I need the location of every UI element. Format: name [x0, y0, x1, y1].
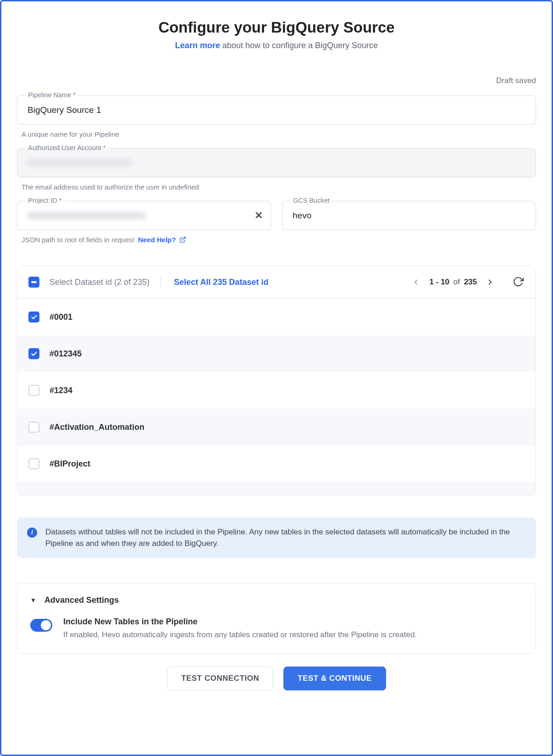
- dataset-label: #Activation_Automation: [50, 422, 144, 432]
- pager: 1 - 10 of 235: [411, 276, 525, 288]
- clear-icon[interactable]: ✕: [254, 210, 263, 222]
- dataset-row[interactable]: #Activation_Automation: [17, 409, 536, 445]
- dataset-label: #1234: [50, 386, 72, 395]
- include-new-tables-title: Include New Tables in the Pipeline: [63, 617, 417, 627]
- authorized-user-label: Authorized User Account *: [25, 144, 108, 151]
- dataset-label: #012345: [50, 349, 82, 359]
- dataset-panel: Select Dataset id (2 of 235) Select All …: [17, 266, 536, 495]
- toggle-knob: [41, 620, 51, 630]
- project-id-label: Project ID *: [25, 197, 64, 204]
- advanced-settings-title: Advanced Settings: [44, 595, 119, 605]
- chevron-right-icon: [486, 278, 494, 286]
- dataset-row[interactable]: #012345: [17, 335, 536, 372]
- dataset-row[interactable]: #BIProject: [17, 445, 536, 482]
- pager-range: 1 - 10 of 235: [429, 278, 477, 287]
- pipeline-name-input[interactable]: [17, 95, 536, 125]
- divider: [160, 277, 161, 287]
- learn-more-link[interactable]: Learn more: [175, 41, 220, 50]
- page-title: Configure your BigQuery Source: [17, 19, 536, 36]
- dataset-row[interactable]: #0001: [17, 299, 536, 335]
- pipeline-name-label: Pipeline Name *: [25, 91, 78, 99]
- page-subtitle: Learn more about how to configure a BigQ…: [17, 41, 536, 50]
- pager-next-button[interactable]: [485, 277, 495, 287]
- dataset-row[interactable]: #1234: [17, 372, 536, 409]
- dataset-checkbox[interactable]: [28, 422, 39, 433]
- dataset-checkbox[interactable]: [28, 311, 39, 322]
- refresh-icon: [513, 276, 524, 287]
- project-id-helper: JSON path to root of fields in request: [22, 236, 134, 244]
- info-text: Datasets without tables will not be incl…: [45, 527, 526, 549]
- select-all-checkbox[interactable]: [28, 277, 39, 288]
- pager-prev-button[interactable]: [411, 277, 421, 287]
- svg-line-0: [182, 237, 185, 240]
- gcs-bucket-input[interactable]: [282, 201, 536, 230]
- dataset-checkbox[interactable]: [28, 348, 39, 359]
- dataset-label: #BIProject: [50, 459, 90, 469]
- chevron-left-icon: [412, 278, 420, 286]
- pipeline-name-helper: A unique name for your Pipeline: [22, 130, 536, 138]
- advanced-settings-panel: ▼ Advanced Settings Include New Tables i…: [17, 583, 536, 654]
- triangle-down-icon: ▼: [30, 597, 36, 604]
- footer-buttons: TEST CONNECTION TEST & CONTINUE: [17, 667, 536, 690]
- advanced-settings-toggle[interactable]: ▼ Advanced Settings: [30, 595, 523, 605]
- authorized-user-helper: The email address used to authorize the …: [22, 183, 536, 191]
- refresh-button[interactable]: [513, 276, 525, 288]
- dataset-checkbox[interactable]: [28, 385, 39, 396]
- pipeline-name-field: Pipeline Name *: [17, 95, 536, 125]
- redacted-value: [27, 159, 133, 167]
- include-new-tables-desc: If enabled, Hevo automatically ingests f…: [63, 630, 417, 639]
- subtitle-text: about how to configure a BigQuery Source: [220, 41, 378, 50]
- test-continue-button[interactable]: TEST & CONTINUE: [283, 667, 386, 690]
- draft-saved-label: Draft saved: [17, 76, 536, 85]
- need-help-link[interactable]: Need Help?: [138, 236, 186, 244]
- gcs-bucket-label: GCS Bucket: [290, 197, 332, 204]
- external-link-icon: [179, 236, 186, 243]
- info-icon: i: [27, 528, 37, 538]
- select-all-link[interactable]: Select All 235 Dataset id: [174, 278, 268, 287]
- authorized-user-field: Authorized User Account *: [17, 148, 536, 178]
- dataset-label: #0001: [50, 312, 72, 322]
- dataset-row-empty: [17, 482, 536, 495]
- dataset-title: Select Dataset id (2 of 235): [50, 278, 149, 287]
- include-new-tables-toggle[interactable]: [30, 619, 52, 632]
- test-connection-button[interactable]: TEST CONNECTION: [167, 667, 273, 690]
- dataset-header: Select Dataset id (2 of 235) Select All …: [17, 266, 536, 299]
- dataset-checkbox[interactable]: [28, 458, 39, 469]
- info-banner: i Datasets without tables will not be in…: [17, 517, 536, 558]
- redacted-value: [27, 211, 146, 220]
